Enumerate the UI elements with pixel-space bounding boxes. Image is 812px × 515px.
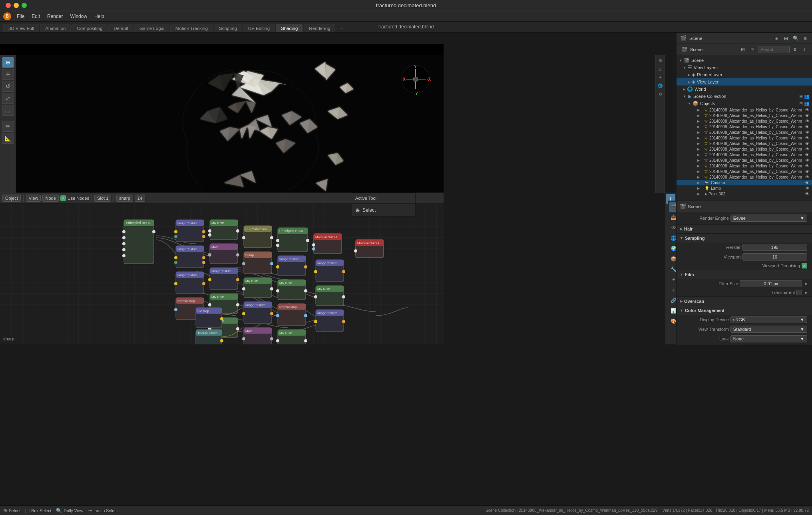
render-engine-select[interactable]: Eevee ▼ [730, 215, 807, 222]
viewport-value[interactable]: 16 [742, 253, 808, 260]
tab-animation[interactable]: Animation [40, 24, 71, 32]
outliner-objects[interactable]: ▼ 📦 Objects ⊞ 👥 [677, 100, 812, 107]
tab-scripting[interactable]: Scripting [214, 24, 242, 32]
minimize-button[interactable] [14, 3, 19, 8]
outliner-obj-6[interactable]: ▶ ▽ 20140908_Alexander_as_Helios_by_Cosm… [677, 141, 812, 146]
viewport-3d-content[interactable]: User Perspective (2) Scene Collection | … [16, 55, 444, 193]
hair-section-header[interactable]: ▶ Hair [677, 225, 812, 233]
outliner-icon-1[interactable]: ⊞ [772, 34, 781, 43]
menu-window[interactable]: Window [67, 13, 90, 20]
rotate-tool[interactable]: ↺ [2, 81, 14, 92]
menu-help[interactable]: Help [91, 13, 107, 20]
tab-motiontracking[interactable]: Motion Tracking [170, 24, 213, 32]
obj-6-eye[interactable]: 👁 [805, 141, 810, 146]
blender-logo[interactable]: B [3, 12, 11, 20]
outliner-scene-collection[interactable]: ▼ ⊞ Scene Collection ⊞ 👥 [677, 93, 812, 100]
ne-view-btn[interactable]: View [26, 195, 41, 202]
menu-file[interactable]: File [14, 13, 28, 20]
outliner-filter[interactable]: ≡ [801, 34, 810, 43]
transform-tool[interactable]: ⬚ [2, 105, 14, 116]
transparent-checkbox[interactable] [796, 290, 802, 295]
obj-9-eye[interactable]: 👁 [805, 158, 810, 163]
tab-gamelogic[interactable]: Game Logic [134, 24, 169, 32]
obj-7-eye[interactable]: 👁 [805, 147, 810, 151]
outliner-world[interactable]: ▶ 🌐 World [677, 86, 812, 93]
outliner-obj-10[interactable]: ▶ ▽ 20140908_Alexander_as_Helios_by_Cosm… [677, 163, 812, 169]
annotate-tool[interactable]: ✏ [2, 121, 14, 132]
view-transform-select[interactable]: Standard ▼ [730, 326, 807, 333]
close-button[interactable] [6, 3, 11, 8]
obj-0-eye[interactable]: 👁 [805, 107, 810, 112]
tab-shading[interactable]: Shading [276, 24, 303, 32]
outliner-search-input[interactable] [758, 46, 790, 53]
vp-tab-5[interactable]: ⚙ [657, 90, 664, 97]
outliner-obj-7[interactable]: ▶ ▽ 20140908_Alexander_as_Helios_by_Cosm… [677, 146, 812, 152]
menu-render[interactable]: Render [44, 13, 66, 20]
outliner-icon-2[interactable]: ⊟ [782, 34, 790, 43]
obj-8-eye[interactable]: 👁 [805, 152, 810, 157]
tab-default[interactable]: Default [108, 24, 133, 32]
obj-11-eye[interactable]: 👁 [805, 169, 810, 174]
menu-edit[interactable]: Edit [28, 13, 43, 20]
outliner-viewlayers[interactable]: ▼ ☰ View Layers [677, 64, 812, 71]
outliner-obj-0[interactable]: ▶ ▽ 20140908_Alexander_as_Helios_by_Cosm… [677, 107, 812, 113]
tab-uvediting[interactable]: UV Editing [243, 24, 275, 32]
obj-10-eye[interactable]: 👁 [805, 163, 810, 168]
filter-icon[interactable]: ≡ [790, 45, 799, 54]
color-mgmt-header[interactable]: ▼ Color Management [677, 306, 812, 315]
point002-eye[interactable]: 👁 [805, 191, 810, 196]
outliner-obj-11[interactable]: ▶ ▽ 20140908_Alexander_as_Helios_by_Cosm… [677, 169, 812, 174]
look-select[interactable]: None ▼ [730, 335, 807, 342]
sampling-section-header[interactable]: ▼ Sampling [677, 234, 812, 243]
measure-tool[interactable]: 📐 [2, 133, 14, 144]
ne-slot-btn[interactable]: Slot 1 [94, 195, 111, 202]
denoising-checkbox[interactable]: ✓ [802, 263, 807, 268]
node-editor[interactable]: Principled BSDF Image Texture Image Text… [0, 204, 444, 344]
display-device-select[interactable]: sRGB ▼ [730, 316, 807, 323]
overscan-section-header[interactable]: ▶ Overscan [677, 297, 812, 306]
outliner-search[interactable]: 🔍 [791, 34, 800, 43]
cursor-tool[interactable]: ⊕ [2, 57, 14, 68]
scene-dropdown-icon[interactable]: 🎬 [680, 45, 689, 54]
vp-tab-4[interactable]: 🌐 [657, 82, 664, 89]
vp-tab-2[interactable]: △ [657, 65, 664, 72]
obj-12-eye[interactable]: 👁 [805, 175, 810, 179]
outliner-obj-3[interactable]: ▶ ▽ 20140908_Alexander_as_Helios_by_Cosm… [677, 124, 812, 129]
outliner-lamp[interactable]: ▶ 💡 Lamp 👁 [677, 185, 812, 191]
ne-node-btn[interactable]: Node [42, 195, 58, 202]
maximize-button[interactable] [22, 3, 27, 8]
obj-3-eye[interactable]: 👁 [805, 124, 810, 129]
filter-size-value[interactable]: 0.01 px [740, 280, 802, 287]
viewport-3d[interactable]: ⊕ ✛ ↺ ⤢ ⬚ ✏ 📐 User Perspective (2) Scene… [0, 44, 444, 193]
use-nodes-checkbox[interactable]: ✓ [60, 195, 66, 201]
obj-2-eye[interactable]: 👁 [805, 119, 810, 123]
outliner-point002[interactable]: ▶ ● Point.002 👁 [677, 191, 812, 197]
outliner-obj-2[interactable]: ▶ ▽ 20140908_Alexander_as_Helios_by_Cosm… [677, 118, 812, 124]
film-section-header[interactable]: ▼ Film [677, 270, 812, 279]
outliner-renderlayer[interactable]: ▶ ◈ RenderLayer [677, 71, 812, 78]
outliner-obj-9[interactable]: ▶ ▽ 20140908_Alexander_as_Helios_by_Cosm… [677, 157, 812, 163]
move-tool[interactable]: ✛ [2, 69, 14, 80]
tab-compositing[interactable]: Compositing [72, 24, 107, 32]
tab-3dviewfull[interactable]: 3D View Full [3, 24, 39, 32]
outliner-obj-5[interactable]: ▶ ▽ 20140908_Alexander_as_Helios_by_Cosm… [677, 135, 812, 141]
ne-count-btn[interactable]: 14 [135, 195, 145, 202]
tab-rendering[interactable]: Rendering [304, 24, 335, 32]
outliner-obj-12[interactable]: ▶ ▽ 20140908_Alexander_as_Helios_by_Cosm… [677, 174, 812, 180]
outliner-obj-1[interactable]: ▶ ▽ 20140908_Alexander_as_Helios_by_Cosm… [677, 113, 812, 118]
outliner-scene[interactable]: ▼ 🎬 Scene [677, 57, 812, 64]
vp-tab-3[interactable]: ✦ [657, 74, 664, 81]
lamp-eye[interactable]: 👁 [805, 186, 810, 191]
camera-eye[interactable]: 👁 [805, 180, 810, 185]
outliner-viewlayer-active[interactable]: ▶ ◈ View Layer [677, 78, 812, 86]
outliner-camera[interactable]: ▶ 📷 Camera 👁 [677, 180, 812, 185]
obj-1-eye[interactable]: 👁 [805, 113, 810, 118]
scale-tool[interactable]: ⤢ [2, 93, 14, 104]
ne-sharp-btn[interactable]: sharp [116, 195, 133, 202]
new-collection-icon[interactable]: ⊞ [738, 45, 747, 54]
outliner-obj-8[interactable]: ▶ ▽ 20140908_Alexander_as_Helios_by_Cosm… [677, 152, 812, 157]
render-value[interactable]: 195 [742, 244, 808, 251]
exposure-value[interactable]: 0.000 [742, 345, 808, 345]
scene-icon[interactable]: 🎬 [679, 34, 688, 43]
outliner-obj-4[interactable]: ▶ ▽ 20140908_Alexander_as_Helios_by_Cosm… [677, 129, 812, 135]
